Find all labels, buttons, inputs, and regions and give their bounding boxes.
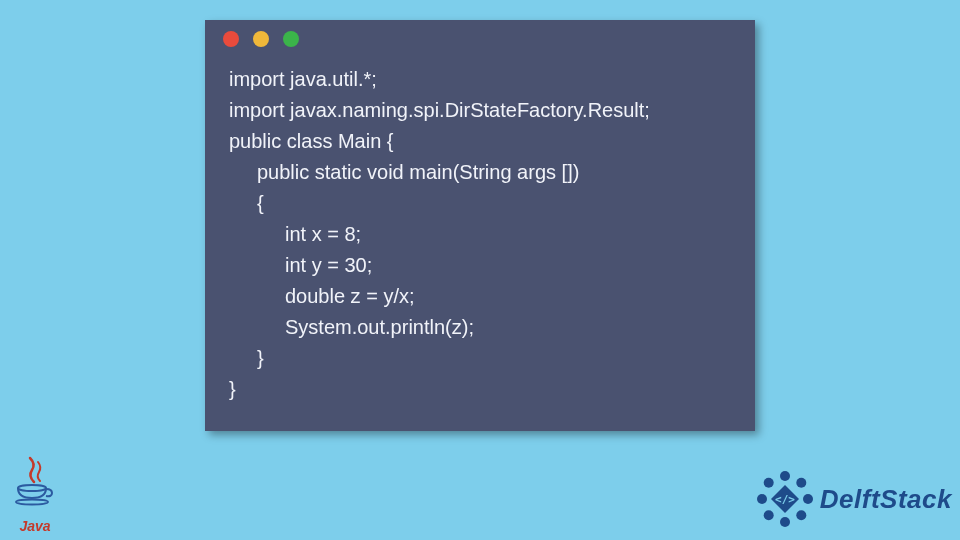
- svg-point-2: [780, 471, 790, 481]
- svg-point-8: [757, 494, 767, 504]
- code-line: int x = 8;: [229, 219, 731, 250]
- close-icon[interactable]: [223, 31, 239, 47]
- code-line: double z = y/x;: [229, 281, 731, 312]
- delftstack-logo: </> DelftStack: [756, 470, 952, 528]
- java-cup-icon: [12, 456, 58, 512]
- code-line: public class Main {: [229, 126, 731, 157]
- code-window: import java.util.*; import javax.naming.…: [205, 20, 755, 431]
- svg-point-4: [803, 494, 813, 504]
- svg-point-9: [764, 478, 774, 488]
- code-line: }: [229, 343, 731, 374]
- delftstack-badge-icon: </>: [756, 470, 814, 528]
- code-line: int y = 30;: [229, 250, 731, 281]
- code-line: import java.util.*;: [229, 64, 731, 95]
- code-line: public static void main(String args []): [229, 157, 731, 188]
- code-line: }: [229, 374, 731, 405]
- code-body: import java.util.*; import javax.naming.…: [205, 58, 755, 431]
- code-line: import javax.naming.spi.DirStateFactory.…: [229, 95, 731, 126]
- svg-point-6: [780, 517, 790, 527]
- minimize-icon[interactable]: [253, 31, 269, 47]
- svg-point-5: [796, 510, 806, 520]
- svg-text:</>: </>: [775, 493, 795, 506]
- svg-point-3: [796, 478, 806, 488]
- delftstack-logo-text: DelftStack: [820, 484, 952, 515]
- window-titlebar: [205, 20, 755, 58]
- code-line: {: [229, 188, 731, 219]
- svg-point-7: [764, 510, 774, 520]
- maximize-icon[interactable]: [283, 31, 299, 47]
- java-logo-label: Java: [6, 518, 64, 534]
- java-logo: Java: [6, 456, 64, 534]
- svg-point-0: [18, 485, 46, 491]
- code-line: System.out.println(z);: [229, 312, 731, 343]
- svg-point-1: [16, 500, 48, 505]
